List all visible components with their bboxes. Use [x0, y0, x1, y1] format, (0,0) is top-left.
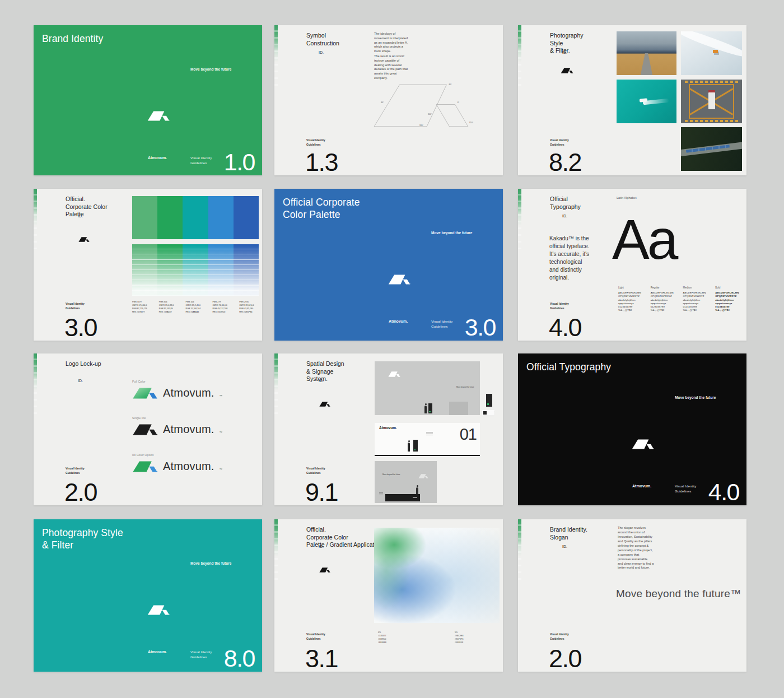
- atmovum-logo-icon: [78, 237, 90, 242]
- slide-logo-lockup: Logo Lock-up ID. Full Color Atmovum. ™ S…: [34, 353, 262, 505]
- weight-column: Bold ABCDEFGHIJKLMN OPQRSTUVWXYZ abcdefg…: [715, 286, 745, 313]
- lockup-full-color: Full Color Atmovum. ™: [132, 380, 262, 399]
- section-number: 4.0: [708, 480, 739, 504]
- swatch-green: [157, 196, 183, 239]
- slide-title: Brand Identity. Slogan: [550, 526, 587, 541]
- brand-name: Atmovum.: [148, 156, 167, 160]
- angle-label: 60°: [449, 83, 452, 86]
- lockup-row: Atmovum. ™: [132, 423, 262, 436]
- id-label: ID.: [78, 379, 83, 383]
- slide-title: Logo Lock-up: [66, 360, 101, 368]
- lobby-mockup: Atmovum. 01: [375, 423, 480, 456]
- weight-column: Light ABCDEFGHIJKLMN OPQRSTUVWXYZ abcdef…: [618, 286, 648, 313]
- guidelines-label: Visual Identity Guidelines: [431, 319, 452, 329]
- guidelines-label: Visual Identity Guidelines: [66, 467, 85, 475]
- variant-label: 03 Color Option: [132, 453, 262, 457]
- atmovum-logo-flat-icon: [132, 461, 158, 472]
- slide-cover-brand-identity: Brand Identity Move beyond the future At…: [34, 25, 262, 175]
- guidelines-label: Visual Identity Guidelines: [190, 155, 212, 166]
- slide-title: Official Typography: [526, 361, 611, 373]
- swatch-blue-dark: [234, 196, 259, 239]
- color-spec: PMS 279 CMYK 76,34,0,0 RGB 49,137,208 HE…: [212, 301, 234, 314]
- id-label: ID.: [319, 545, 324, 548]
- weight-label: Bold: [715, 286, 745, 289]
- atmovum-logo-icon: [632, 439, 654, 449]
- wordmark: Atmovum.: [163, 423, 214, 436]
- id-label: ID.: [562, 545, 567, 548]
- symbol-construction-diagram: 60° 60° 300° 240° 0° 310°: [370, 81, 477, 130]
- weight-label: Medium: [683, 286, 713, 289]
- gradient-spec: 5% #9BC9E8 #EDF2F6 #FFFFFF: [455, 631, 463, 645]
- green-accent-stripe: [274, 25, 278, 87]
- photo-road-landscape: [617, 31, 676, 75]
- id-label: ID.: [562, 50, 567, 54]
- tagline: Move beyond the future: [456, 386, 474, 388]
- swatch-teal: [183, 196, 208, 239]
- tint-column: [132, 244, 157, 296]
- section-number: 3.0: [64, 315, 97, 340]
- tagline: Move beyond the future: [675, 395, 716, 399]
- person-silhouette: [416, 487, 418, 494]
- section-number: 2.0: [549, 646, 581, 671]
- alphabet-sample: ABCDEFGHIJKLMN OPQRSTUVWXYZ abcdefghijkl…: [651, 291, 680, 313]
- green-accent-stripe: [518, 25, 521, 87]
- atmovum-logo-icon: [319, 402, 330, 407]
- lockup-flat-color: 03 Color Option Atmovum. ™: [132, 453, 262, 473]
- guidelines-label: Visual Identity Guidelines: [550, 302, 569, 310]
- slide-title: Symbol Construction: [306, 32, 339, 47]
- wall-mockup: Move beyond the future: [375, 361, 480, 415]
- latin-alphabet-label: Latin Alphabet: [617, 196, 636, 199]
- tint-column: [208, 244, 234, 296]
- truck-shape: [708, 92, 715, 109]
- alphabet-sample: ABCDEFGHIJKLMN OPQRSTUVWXYZ abcdefghijkl…: [683, 291, 713, 313]
- guidelines-label: Visual Identity Guidelines: [550, 138, 569, 147]
- section-number: 4.0: [549, 315, 581, 340]
- slide-title: Official Typography: [550, 196, 581, 211]
- alphabet-sample: ABCDEFGHIJKLMN OPQRSTUVWXYZ abcdefghijkl…: [715, 291, 745, 313]
- green-accent-stripe: [518, 189, 521, 250]
- color-spec-row: PMS 7479 CMYK 67,0,64,0 RGB 87,179,119 H…: [132, 301, 261, 314]
- slide-symbol-construction: Symbol Construction ID. The ideology of …: [274, 25, 503, 175]
- tagline: Move beyond the future: [382, 473, 400, 476]
- wordmark: Atmovum.: [163, 387, 214, 399]
- section-number: 3.1: [305, 646, 338, 671]
- trademark-symbol: ™: [220, 468, 223, 471]
- slide-title: Official. Corporate Color Palette: [66, 196, 108, 218]
- body-text: The ideology of movement is interpreted …: [374, 32, 408, 54]
- angle-label: 310°: [469, 122, 474, 124]
- panel-number: 01: [460, 426, 477, 443]
- trademark-symbol: ™: [220, 431, 223, 434]
- type-specimen: Aa: [612, 211, 676, 267]
- orange-vehicle: [713, 50, 718, 53]
- section-number: 9.1: [305, 480, 338, 505]
- signage-kiosk: [428, 403, 432, 413]
- tagline: Move beyond the future: [190, 67, 231, 71]
- guidelines-label: Visual Identity Guidelines: [550, 632, 569, 641]
- photo-snow-aerial: [681, 31, 742, 75]
- color-spec: PMS 7479 CMYK 67,0,64,0 RGB 87,179,119 H…: [132, 301, 154, 314]
- green-accent-stripe: [34, 353, 37, 415]
- weight-samples: Light ABCDEFGHIJKLMN OPQRSTUVWXYZ abcdef…: [618, 286, 745, 313]
- slide-title: Official. Corporate Color Palette / Grad…: [306, 526, 382, 549]
- atmovum-logo-icon: [319, 567, 330, 573]
- green-accent-stripe: [518, 519, 521, 581]
- color-spec: PMS 326 CMYK 85,9,41,0 RGB 10,166,164 HE…: [186, 301, 208, 314]
- section-number: 3.0: [465, 315, 496, 339]
- id-label: ID.: [319, 50, 324, 54]
- wall-panel: [449, 402, 468, 415]
- atmovum-logo-icon: [388, 274, 410, 285]
- gradient-spec: 0% #57B377 #3189D0 #FFFFFF: [378, 631, 386, 645]
- signage-kiosk: [413, 440, 418, 452]
- person-silhouette: [424, 406, 427, 413]
- caption-lines: [426, 432, 433, 435]
- slide-cover-color-palette: Official Corporate Color Palette Move be…: [274, 189, 503, 341]
- green-accent-stripe: [274, 353, 278, 415]
- green-accent-stripe: [34, 189, 37, 250]
- portfolio-grid: Brand Identity Move beyond the future At…: [0, 0, 784, 698]
- swatch-blue: [208, 196, 234, 239]
- weight-label: Regular: [651, 286, 680, 289]
- id-label: ID.: [562, 214, 567, 218]
- atmovum-logo-icon: [147, 605, 170, 615]
- wordmark: Atmovum.: [163, 460, 214, 473]
- slide-cover-photography: Photography Style & Filter Move beyond t…: [34, 519, 262, 672]
